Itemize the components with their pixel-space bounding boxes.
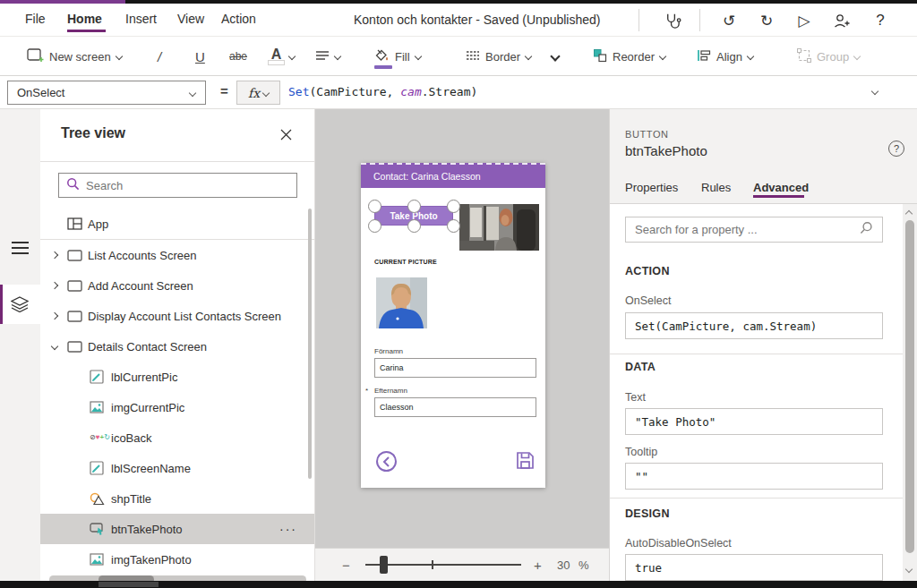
design-canvas[interactable]: Contact: Carina Claesson	[315, 109, 609, 548]
selection-handle[interactable]	[368, 200, 381, 213]
autodisable-label: AutoDisableOnSelect	[625, 537, 732, 550]
current-picture-image[interactable]	[376, 277, 427, 328]
align-label: Align	[716, 50, 742, 64]
tree-item-screen[interactable]: Display Account List Contacts Screen	[40, 301, 315, 331]
save-icon[interactable]	[515, 450, 536, 471]
reorder-label: Reorder	[613, 50, 655, 64]
scroll-up-icon[interactable]	[905, 210, 913, 217]
toolbar-overflow-button[interactable]	[552, 38, 559, 75]
selection-handle[interactable]	[447, 219, 460, 233]
selection-handle[interactable]	[447, 200, 460, 213]
align-button[interactable]: Align	[697, 38, 753, 75]
tree-item-control[interactable]: ⊘ ♥ + ↻ icoBack	[40, 422, 315, 453]
onselect-label: OnSelect	[625, 294, 671, 307]
zoom-slider-thumb[interactable]	[380, 556, 388, 574]
tree-vertical-scrollbar[interactable]	[308, 209, 312, 479]
app-checker-icon[interactable]	[661, 10, 682, 31]
tree-view-panel: Tree view App List Accounts Screen	[40, 109, 315, 581]
tree-item-screen[interactable]: Add Account Screen	[40, 270, 315, 301]
back-icon[interactable]	[376, 451, 397, 472]
redo-icon[interactable]: ↻	[756, 10, 777, 31]
tab-advanced[interactable]: Advanced	[753, 181, 809, 194]
selection-handle[interactable]	[368, 219, 381, 233]
undo-icon[interactable]: ↺	[718, 10, 740, 31]
tree-item-control[interactable]: imgTakenPhoto	[40, 544, 315, 575]
rail-tree-view-button[interactable]	[0, 285, 40, 324]
autodisable-input[interactable]	[625, 554, 883, 581]
close-icon[interactable]	[280, 128, 293, 141]
tree-item-label: List Accounts Screen	[88, 249, 196, 262]
formula-expand-chevron[interactable]	[871, 88, 878, 95]
tree-item-control[interactable]: lblScreenName	[40, 453, 315, 483]
left-rail	[0, 109, 40, 581]
tree-search-input[interactable]	[86, 179, 289, 192]
preview-play-icon[interactable]: ▷	[793, 10, 815, 31]
firstname-label: Förnamn	[374, 347, 403, 355]
help-icon[interactable]: ?	[870, 10, 891, 31]
chevron-right-icon[interactable]	[51, 312, 58, 320]
zoom-in-button[interactable]: +	[534, 549, 542, 581]
help-icon[interactable]: ?	[888, 141, 904, 157]
chevron-right-icon[interactable]	[51, 282, 58, 289]
property-selector[interactable]: OnSelect	[7, 81, 206, 105]
menu-home[interactable]: Home	[67, 12, 102, 26]
text-align-button[interactable]	[315, 38, 340, 75]
tab-properties[interactable]: Properties	[625, 181, 678, 194]
text-property-input[interactable]	[625, 408, 883, 435]
screen-title-bar[interactable]: Contact: Carina Claesson	[361, 163, 545, 188]
tab-rules[interactable]: Rules	[701, 181, 731, 194]
selection-handle[interactable]	[407, 200, 421, 213]
panel-scrollbar[interactable]	[903, 204, 917, 581]
tree-search-box[interactable]	[58, 173, 297, 198]
border-button[interactable]: Border	[466, 38, 531, 75]
chevron-down-icon[interactable]	[51, 343, 58, 350]
menu-action[interactable]: Action	[221, 12, 256, 26]
zoom-out-button[interactable]: −	[342, 549, 350, 581]
tree-item-screen-expanded[interactable]: Details Contact Screen	[40, 331, 315, 362]
underline-glyph: U	[195, 49, 205, 64]
tree-item-screen[interactable]: List Accounts Screen	[40, 240, 315, 270]
property-search-input[interactable]	[635, 223, 860, 236]
new-screen-button[interactable]: New screen	[27, 38, 122, 75]
menu-view[interactable]: View	[177, 12, 204, 26]
property-search-box[interactable]	[625, 217, 883, 243]
camera-stream-image[interactable]	[459, 204, 539, 251]
no-entry-glyph: ⊘	[90, 434, 96, 441]
chevron-down-icon	[525, 53, 532, 60]
fx-dropdown[interactable]: fx	[236, 81, 280, 105]
required-marker: *	[365, 387, 368, 395]
fill-button[interactable]: Fill	[374, 38, 421, 75]
formula-text: .Stream)	[422, 85, 478, 98]
tooltip-property-input[interactable]	[625, 463, 883, 490]
scrollbar-thumb[interactable]	[905, 220, 914, 553]
underline-button[interactable]: U	[195, 38, 205, 75]
lastname-input[interactable]	[374, 397, 536, 417]
firstname-input[interactable]	[374, 358, 536, 378]
formula-input[interactable]: Set(CamPicture, cam.Stream)	[288, 85, 477, 98]
share-person-icon[interactable]	[830, 10, 852, 31]
more-options-icon[interactable]: ···	[279, 522, 297, 536]
search-icon	[66, 177, 80, 194]
tree-item-app[interactable]: App	[40, 209, 315, 239]
scroll-down-icon[interactable]	[905, 566, 913, 573]
chevron-right-icon[interactable]	[51, 251, 58, 259]
tree-item-control[interactable]: imgCurrentPic	[40, 392, 315, 422]
menu-file[interactable]: File	[25, 12, 46, 26]
menu-insert[interactable]: Insert	[125, 12, 157, 26]
control-name-label: btnTakePhoto	[625, 143, 707, 158]
tree-item-control[interactable]: shpTitle	[40, 483, 315, 514]
onselect-input[interactable]	[625, 312, 883, 339]
tree-item-control-selected[interactable]: btnTakePhoto ···	[40, 514, 315, 544]
selection-handle[interactable]	[407, 219, 421, 233]
zoom-slider-track[interactable]	[365, 564, 521, 566]
chevron-down-icon	[659, 53, 666, 60]
tree-item-control[interactable]: lblCurrentPic	[40, 362, 315, 392]
hamburger-menu-icon[interactable]	[12, 242, 29, 254]
strikethrough-button[interactable]: abe	[229, 38, 247, 75]
italic-button[interactable]: /	[158, 38, 161, 75]
reorder-button[interactable]: Reorder	[593, 38, 665, 75]
reorder-icon	[593, 48, 607, 65]
chevron-down-icon	[189, 89, 196, 96]
font-color-button[interactable]: A	[269, 38, 295, 75]
phone-screen-preview[interactable]: Contact: Carina Claesson	[361, 163, 545, 488]
